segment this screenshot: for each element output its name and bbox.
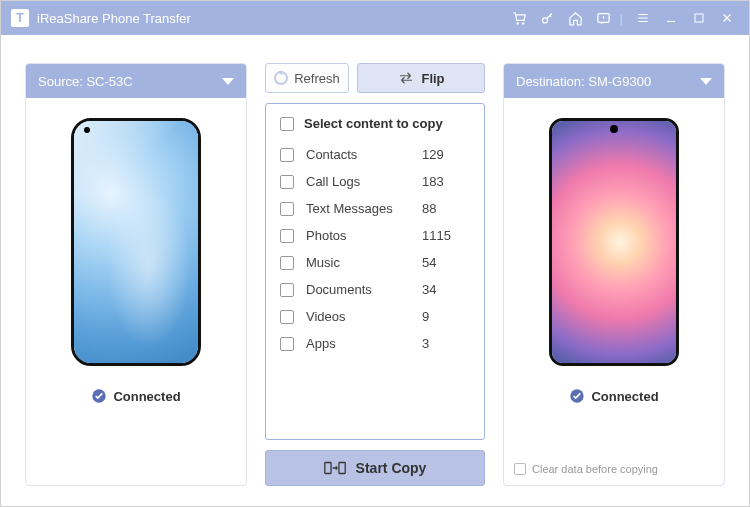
destination-panel: Destination: SM-G9300 Connected Clear da… — [503, 63, 725, 486]
list-item[interactable]: Music54 — [280, 249, 470, 276]
source-phone-image — [71, 118, 201, 366]
list-item[interactable]: Apps3 — [280, 330, 470, 357]
flip-icon — [397, 71, 415, 85]
start-copy-button[interactable]: Start Copy — [265, 450, 485, 486]
item-label: Call Logs — [306, 174, 422, 189]
destination-dropdown-icon[interactable] — [700, 78, 712, 85]
svg-rect-6 — [324, 463, 330, 474]
list-item[interactable]: Documents34 — [280, 276, 470, 303]
item-checkbox[interactable] — [280, 202, 294, 216]
item-label: Contacts — [306, 147, 422, 162]
item-label: Music — [306, 255, 422, 270]
item-checkbox[interactable] — [280, 337, 294, 351]
minimize-icon[interactable] — [659, 6, 683, 30]
list-item[interactable]: Call Logs183 — [280, 168, 470, 195]
item-label: Videos — [306, 309, 422, 324]
item-checkbox[interactable] — [280, 283, 294, 297]
svg-point-0 — [517, 22, 518, 23]
content-list: Select content to copy Contacts129Call L… — [265, 103, 485, 440]
source-status: Connected — [91, 388, 180, 404]
svg-rect-7 — [339, 463, 345, 474]
destination-label: Destination: SM-G9300 — [516, 74, 651, 89]
check-icon — [91, 388, 107, 404]
flip-button[interactable]: Flip — [357, 63, 485, 93]
destination-status: Connected — [569, 388, 658, 404]
item-count: 88 — [422, 201, 470, 216]
source-header: Source: SC-53C — [26, 64, 246, 98]
app-title: iReaShare Phone Transfer — [37, 11, 191, 26]
item-label: Documents — [306, 282, 422, 297]
item-checkbox[interactable] — [280, 310, 294, 324]
source-label: Source: SC-53C — [38, 74, 133, 89]
titlebar: T iReaShare Phone Transfer | — [1, 1, 749, 35]
main-content: Source: SC-53C Connected Refresh — [1, 35, 749, 506]
item-count: 9 — [422, 309, 470, 324]
clear-data-option[interactable]: Clear data before copying — [514, 455, 658, 475]
list-item[interactable]: Videos9 — [280, 303, 470, 330]
item-label: Text Messages — [306, 201, 422, 216]
refresh-icon — [274, 71, 288, 85]
list-item[interactable]: Contacts129 — [280, 141, 470, 168]
app-logo: T — [11, 9, 29, 27]
maximize-icon[interactable] — [687, 6, 711, 30]
select-header: Select content to copy — [304, 116, 443, 131]
close-icon[interactable] — [715, 6, 739, 30]
item-count: 1115 — [422, 228, 470, 243]
cart-icon[interactable] — [508, 6, 532, 30]
refresh-button[interactable]: Refresh — [265, 63, 349, 93]
source-panel: Source: SC-53C Connected — [25, 63, 247, 486]
source-dropdown-icon[interactable] — [222, 78, 234, 85]
middle-column: Refresh Flip Select content to copy Cont… — [265, 63, 485, 486]
item-checkbox[interactable] — [280, 256, 294, 270]
item-count: 129 — [422, 147, 470, 162]
item-checkbox[interactable] — [280, 175, 294, 189]
list-item[interactable]: Photos1115 — [280, 222, 470, 249]
copy-icon — [324, 460, 346, 476]
key-icon[interactable] — [536, 6, 560, 30]
check-icon — [569, 388, 585, 404]
menu-icon[interactable] — [631, 6, 655, 30]
item-label: Photos — [306, 228, 422, 243]
destination-header: Destination: SM-G9300 — [504, 64, 724, 98]
item-count: 54 — [422, 255, 470, 270]
destination-phone-image — [549, 118, 679, 366]
home-icon[interactable] — [564, 6, 588, 30]
select-all-checkbox[interactable] — [280, 117, 294, 131]
item-label: Apps — [306, 336, 422, 351]
feedback-icon[interactable] — [592, 6, 616, 30]
svg-point-2 — [543, 17, 548, 22]
svg-rect-4 — [695, 14, 703, 22]
list-item[interactable]: Text Messages88 — [280, 195, 470, 222]
item-count: 34 — [422, 282, 470, 297]
item-count: 183 — [422, 174, 470, 189]
item-checkbox[interactable] — [280, 229, 294, 243]
item-count: 3 — [422, 336, 470, 351]
clear-data-checkbox[interactable] — [514, 463, 526, 475]
svg-point-1 — [523, 22, 524, 23]
item-checkbox[interactable] — [280, 148, 294, 162]
app-window: T iReaShare Phone Transfer | Source: SC-… — [0, 0, 750, 507]
